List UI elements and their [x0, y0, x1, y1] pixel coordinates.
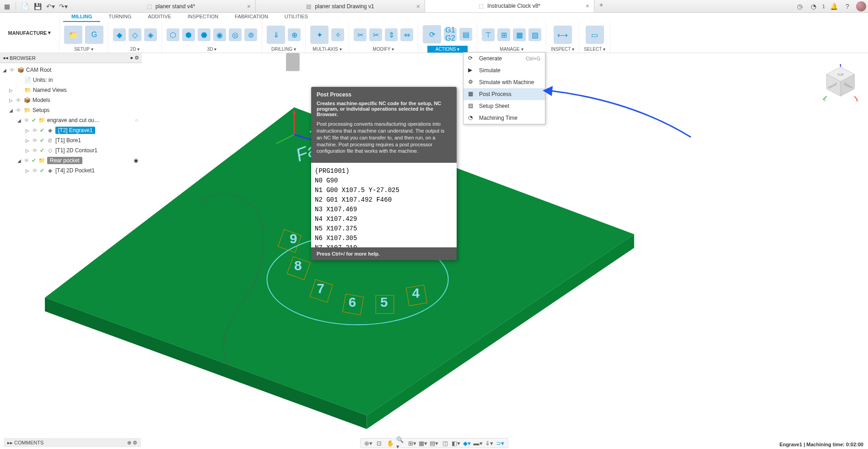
tree-row[interactable]: ▷📁Named Views [0, 85, 142, 95]
group-label[interactable]: SELECT ▾ [584, 47, 605, 53]
grid-icon[interactable]: ▤▾ [429, 439, 439, 447]
display-icon[interactable]: ▦▾ [418, 439, 428, 447]
tree-twisty-icon[interactable]: ▷ [25, 168, 30, 173]
tree-row[interactable]: ◢👁📦CAM Root [0, 65, 142, 75]
tree-twisty-icon[interactable]: ◢ [16, 158, 22, 163]
tree-twisty-icon[interactable]: ▷ [25, 128, 30, 133]
browser-collapse-icon[interactable]: ◂◂ [3, 55, 8, 61]
setup-sheet-icon[interactable]: ▤ [459, 28, 472, 41]
visibility-icon[interactable]: 👁 [32, 127, 38, 134]
3d-op-icon[interactable]: ◎ [229, 28, 242, 41]
modify-icon[interactable]: ✂ [354, 28, 367, 41]
tree-twisty-icon[interactable]: ▷ [25, 148, 30, 153]
tree-row[interactable]: ◢👁✔📁engrave and cut ou…○ [0, 115, 142, 125]
browser-settings-icon[interactable]: ● ⚙ [130, 55, 139, 61]
user-avatar[interactable] [856, 1, 866, 11]
ribbon-tab-additive[interactable]: ADDITIVE [140, 13, 179, 22]
visibility-icon[interactable]: 👁 [16, 107, 22, 114]
close-icon[interactable]: × [247, 3, 251, 10]
redo-icon[interactable]: ↷▾ [58, 1, 68, 11]
ribbon-tab-milling[interactable]: MILLING [63, 13, 100, 22]
tree-twisty-icon[interactable]: ◢ [2, 68, 7, 73]
template-library-icon[interactable]: ▧ [528, 28, 541, 41]
3d-op-icon[interactable]: ⬡ [167, 28, 179, 41]
multiaxis-icon[interactable]: ✦ [310, 26, 329, 44]
2d-op-icon[interactable]: ◇ [129, 28, 141, 41]
multiaxis-icon[interactable]: ✧ [331, 28, 344, 41]
file-icon[interactable]: 📄 [20, 1, 30, 11]
radio-icon[interactable]: ◉ [134, 157, 138, 164]
actions-menu-item[interactable]: ▶Simulate [464, 64, 545, 76]
visibility-icon[interactable]: 👁 [32, 137, 38, 144]
doc-tab-2[interactable]: ⬚Instructable Clock v8*× [425, 0, 594, 12]
ribbon-tab-fabrication[interactable]: FABRICATION [226, 13, 276, 22]
tree-row[interactable]: ▷👁✔◇[T1] 2D Contour1 [0, 145, 142, 155]
actions-menu-item[interactable]: ⚙Simulate with Machine [464, 76, 545, 88]
tree-twisty-icon[interactable]: ▷ [8, 88, 14, 93]
layers-icon[interactable]: ◆▾ [462, 439, 472, 447]
snap-icon[interactable]: ◫ [440, 439, 450, 447]
group-label[interactable]: MULTI-AXIS ▾ [313, 47, 341, 53]
fit-icon[interactable]: ⊞▾ [407, 439, 417, 447]
jobs-icon[interactable]: ◔ [809, 1, 819, 11]
tree-twisty-icon[interactable]: ◢ [16, 118, 22, 123]
visibility-icon[interactable]: 👁 [9, 67, 15, 74]
visibility-icon[interactable]: 👁 [24, 157, 30, 164]
ribbon-tab-turning[interactable]: TURNING [100, 13, 140, 22]
ground-icon[interactable]: ▬▾ [473, 439, 483, 447]
2d-op-icon[interactable]: ◆ [113, 28, 126, 41]
tree-row[interactable]: ◢👁✔📁Rear pocket◉ [0, 155, 142, 166]
tree-twisty-icon[interactable]: ▷ [25, 138, 30, 143]
look-at-icon[interactable]: ⊡ [374, 439, 384, 447]
save-icon[interactable]: 💾 [32, 1, 43, 11]
3d-op-icon[interactable]: ◉ [213, 28, 226, 41]
hole-recognition-icon[interactable]: ⊕ [288, 28, 301, 41]
comments-panel-header[interactable]: ▸▸ COMMENTS ⊕ ⚙ [4, 438, 141, 447]
group-label[interactable]: 3D ▾ [207, 47, 217, 53]
tree-twisty-icon[interactable]: ▷ [8, 98, 14, 103]
toolpath-icon[interactable]: ⊃▾ [495, 439, 505, 447]
group-label[interactable]: ACTIONS ▾ [427, 46, 468, 53]
ribbon-tab-inspection[interactable]: INSPECTION [179, 13, 226, 22]
measure-icon[interactable]: ⟷ [554, 26, 572, 44]
visibility-icon[interactable]: 👁 [16, 97, 22, 104]
group-label[interactable]: SETUP ▾ [74, 47, 93, 53]
tree-row[interactable]: 📄Units: in [0, 75, 142, 85]
tool-library-icon[interactable]: ⊤ [482, 28, 495, 41]
nc-program-icon[interactable]: G [85, 26, 103, 44]
orbit-icon[interactable]: ⊕▾ [363, 439, 373, 447]
pan-icon[interactable]: ✋ [385, 439, 395, 447]
actions-menu-item[interactable]: ▤Setup Sheet [464, 100, 545, 112]
visibility-icon[interactable]: 👁 [24, 117, 30, 124]
new-tab-button[interactable]: ＋ [594, 0, 608, 10]
zoom-icon[interactable]: 🔍▾ [396, 439, 406, 447]
group-label[interactable]: MODIFY ▾ [373, 47, 394, 53]
group-label[interactable]: INSPECT ▾ [551, 47, 574, 53]
modify-icon[interactable]: ⇕ [385, 28, 398, 41]
notification-icon[interactable]: 🔔 [829, 1, 839, 11]
tree-row[interactable]: ▷👁✔◆[T4] 2D Pocket1 [0, 166, 142, 176]
tree-row[interactable]: ▷👁📦Models [0, 95, 142, 105]
visibility-icon[interactable]: 👁 [32, 167, 38, 174]
visibility-icon[interactable]: 👁 [32, 147, 38, 154]
3d-op-icon[interactable]: ⬢ [182, 28, 195, 41]
close-icon[interactable]: × [586, 2, 589, 10]
drill-icon[interactable]: ⇓ [267, 26, 285, 44]
workspace-switcher[interactable]: MANUFACTURE ▾ [0, 13, 59, 53]
add-comment-icon[interactable]: ⊕ ⚙ [127, 440, 137, 446]
folder-icon[interactable]: 📁 [64, 26, 82, 44]
group-label[interactable]: 2D ▾ [130, 47, 140, 53]
select-icon[interactable]: ▭ [586, 26, 604, 44]
actions-menu-item[interactable]: ◔Machining Time [464, 112, 545, 124]
group-label[interactable]: DRILLING ▾ [271, 47, 296, 53]
generate-icon[interactable]: ⟳ [423, 25, 441, 43]
actions-menu-item[interactable]: ▦Post Process [464, 88, 545, 100]
doc-tab-0[interactable]: ⬚planer stand v4*× [86, 0, 256, 12]
help-icon[interactable]: ? [842, 1, 852, 11]
undo-icon[interactable]: ↶▾ [45, 1, 55, 11]
3d-op-icon[interactable]: ⊚ [244, 28, 257, 41]
post-process-icon[interactable]: G1G2 [444, 28, 457, 41]
radio-icon[interactable]: ○ [135, 117, 138, 123]
3d-op-icon[interactable]: ⬣ [198, 28, 210, 41]
modify-icon[interactable]: ⇔ [400, 28, 413, 41]
